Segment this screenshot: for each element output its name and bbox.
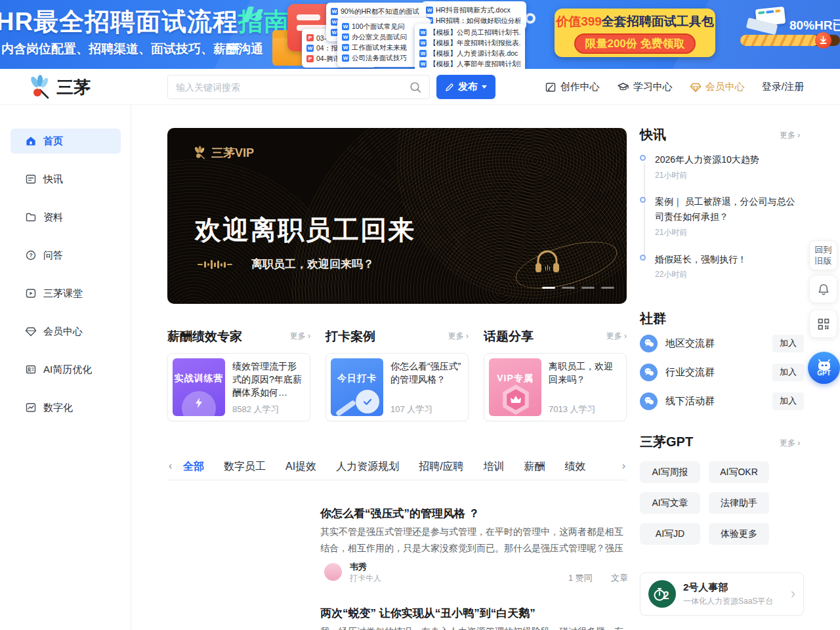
more-link[interactable]: 更多 › [290,331,310,342]
sidebar-item-qa[interactable]: ? 问答 [10,243,121,268]
qr-code-button[interactable] [809,310,837,338]
carousel-dot[interactable] [562,287,575,289]
sidebar-item-news[interactable]: 快讯 [10,167,121,192]
join-button[interactable]: 加入 [772,364,804,381]
join-button[interactable]: 加入 [772,392,804,410]
community-label[interactable]: 地区交流群 [665,337,772,350]
card-text: 离职员工，欢迎回来吗？ [549,360,620,386]
nav-learning-center[interactable]: 学习中心 [617,81,673,93]
gpt-assistant-button[interactable]: GPT [808,352,840,384]
article-title[interactable]: 两次“蜕变” 让你实现从“丑小鸭”到“白天鹅” [320,606,536,621]
search-input[interactable] [168,82,410,93]
download-progress-label: 80%HR已下 [789,17,840,34]
gpt-tool-legal[interactable]: 法律助手 [709,492,769,514]
carousel-dot[interactable] [581,287,595,289]
section-title: 话题分享 [484,329,534,343]
ring-decoration [525,13,536,24]
news-more-link[interactable]: 更多 › [780,130,800,141]
community-label[interactable]: 线下活动群 [665,395,772,408]
sidebar-item-classroom[interactable]: 三茅课堂 [10,281,121,306]
carousel-dot-active[interactable] [542,287,555,289]
top-ad-banner[interactable]: HR最全招聘面试流程指南 内含岗位配置、招聘渠道、面试技巧、薪酬沟通 P03- … [0,0,840,69]
checkin-card[interactable]: 今日打卡 你怎么看“强压式”的管理风格？ 107 人学习 [326,353,469,421]
tab-all[interactable]: 全部 [183,457,204,480]
search-icon[interactable] [410,81,421,93]
join-button[interactable]: 加入 [772,335,804,352]
graduation-cap-icon [617,81,629,93]
promo-text: 2号人事部 一体化人力资源SaaS平台 [683,581,773,607]
section-title: 打卡案例 [326,329,375,343]
gpt-tool-weekly[interactable]: AI写周报 [640,461,700,483]
news-item[interactable]: 案例｜ 员工被辞退，分公司与总公司责任如何承担？ [655,194,801,224]
sidebar-item-member[interactable]: 会员中心 [10,319,121,344]
tab-hr-planning[interactable]: 人力资源规划 [336,457,399,480]
doc-icon: W [419,39,427,47]
sidebar-item-ai-resume[interactable]: AI简历优化 [10,357,121,382]
gpt-tool-okr[interactable]: AI写OKR [709,461,769,483]
tab-salary[interactable]: 薪酬 [524,457,545,480]
card-count: 7013 人学习 [549,404,620,415]
sidebar-item-digital[interactable]: 数字化 [10,395,121,420]
tab-digital-staff[interactable]: 数字员工 [224,457,266,480]
more-link[interactable]: 更多 › [448,331,469,342]
hero-carousel[interactable]: 三茅VIP 欢迎离职员工回来 离职员工，欢迎回来吗？ [167,128,627,304]
author-name[interactable]: 韦秀 [350,561,367,573]
nav-member-center[interactable]: 会员中心 [690,81,745,93]
news-time: 21小时前 [655,227,687,238]
offer-badge[interactable]: 价值399全套招聘面试工具包 限量200份 免费领取 [555,9,715,57]
tabs-prev-arrow[interactable]: ‹ [169,460,172,472]
notification-bell-button[interactable] [809,275,837,303]
gpt-tool-more[interactable]: 体验更多 [709,523,769,545]
doc-icon: W [342,23,349,30]
gpt-tool-jd[interactable]: AI写JD [640,523,700,545]
gpt-more-link[interactable]: 更多 › [780,438,800,449]
search-box [167,75,430,99]
doc-item: W100个面试常见问 [342,22,426,32]
bell-icon [817,283,830,296]
back-to-old-version-button[interactable]: 回到 旧版 [809,240,837,270]
offer-claim-button[interactable]: 限量200份 免费领取 [574,33,695,54]
community-row: 线下活动群 加入 [640,391,804,411]
publish-button[interactable]: 发布 [436,75,495,99]
author-avatar[interactable] [324,563,342,581]
menu-lines-icon [226,43,240,57]
author-badge: 打卡牛人 [350,573,381,584]
nav-login-register[interactable]: 登录/注册 [762,81,804,93]
download-icon[interactable] [815,32,831,49]
tab-ai[interactable]: AI提效 [285,457,316,480]
vip-gem-icon [690,81,702,93]
doc-icon: P [306,55,314,62]
sidebar-item-materials[interactable]: 资料 [10,205,121,230]
nav-creator-center[interactable]: 创作中心 [545,81,600,93]
site-logo[interactable]: 三茅 [26,74,91,100]
section-salary-header: 薪酬绩效专家 更多 › [167,328,310,345]
article-title[interactable]: 你怎么看“强压式”的管理风格 ？ [320,506,480,521]
article-type: 文章 [611,572,628,584]
salary-card[interactable]: 实战训练营 绩效管理流于形式的原因?年底薪酬体系如何… 8582 人学习 [167,353,310,421]
community-section-title: 社群 [640,310,666,327]
card-text: 你怎么看“强压式”的管理风格？ [390,360,461,386]
headphone-icon [532,247,562,275]
timeline-line [644,163,645,261]
dragonfly-gold-icon [192,146,207,160]
promo-card[interactable]: 2 2号人事部 一体化人力资源SaaS平台 › [640,572,804,616]
doc-icon: W [419,60,427,68]
question-icon: ? [25,249,37,261]
tabs-next-arrow[interactable]: › [622,460,625,472]
news-item[interactable]: 2026年人力资源10大趋势 [655,152,801,167]
carousel-dot[interactable] [601,287,614,289]
sidebar-item-home[interactable]: 首页 [10,129,121,154]
gpt-tool-article[interactable]: AI写文章 [640,492,700,514]
doc-icon: W [342,44,349,51]
svg-text:2: 2 [663,590,669,601]
laptop-illustration [747,8,785,33]
more-link[interactable]: 更多 › [606,331,627,342]
home-icon [25,135,37,147]
tab-performance[interactable]: 绩效 [565,457,586,480]
tab-training[interactable]: 培训 [484,457,505,480]
gpt-section-title: 三茅GPT [640,433,693,451]
topic-card[interactable]: VIP专属 离职员工，欢迎回来吗？ 7013 人学习 [484,353,627,421]
community-label[interactable]: 行业交流群 [665,366,772,379]
news-item[interactable]: 婚假延长，强制执行！ [655,252,801,267]
tab-recruiting[interactable]: 招聘/应聘 [419,457,463,480]
